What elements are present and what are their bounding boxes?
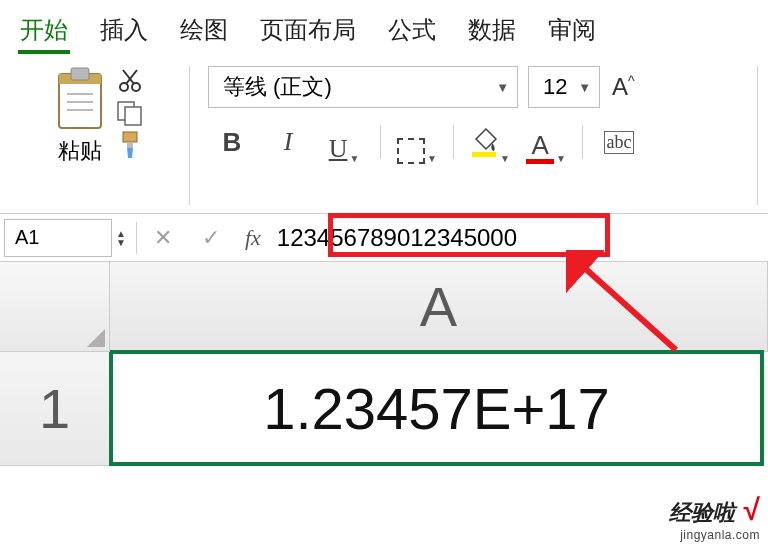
font-name-select[interactable]: 等线 (正文) ▼ xyxy=(208,66,518,108)
tab-formulas[interactable]: 公式 xyxy=(386,8,438,54)
svg-rect-11 xyxy=(125,107,141,125)
font-size-select[interactable]: 12 ▼ xyxy=(528,66,600,108)
underline-icon: U xyxy=(329,134,348,164)
watermark-text: 经验啦 xyxy=(669,500,735,525)
chevron-down-icon: ▼ xyxy=(349,153,359,164)
font-name-value: 等线 (正文) xyxy=(223,72,332,102)
name-box-spinner[interactable]: ▲ ▼ xyxy=(112,227,130,249)
ribbon: 粘贴 xyxy=(0,54,768,214)
ribbon-tabs: 开始 插入 绘图 页面布局 公式 数据 审阅 xyxy=(0,0,768,54)
scissors-icon xyxy=(117,68,143,94)
font-color-icon: A xyxy=(526,130,554,164)
tab-pagelayout[interactable]: 页面布局 xyxy=(258,8,358,54)
font-size-value: 12 xyxy=(543,74,567,100)
svg-rect-2 xyxy=(71,68,89,80)
italic-button[interactable]: I xyxy=(268,120,308,164)
tab-review[interactable]: 审阅 xyxy=(546,8,598,54)
bold-button[interactable]: B xyxy=(212,120,252,164)
formula-bar-input[interactable]: 123456789012345000 xyxy=(271,219,768,257)
name-box[interactable]: A1 xyxy=(4,219,112,257)
paint-bucket-icon xyxy=(470,127,498,164)
cancel-formula-button[interactable]: ✕ xyxy=(139,225,187,251)
clipboard-icon xyxy=(53,66,107,132)
enter-formula-button[interactable]: ✓ xyxy=(187,225,235,251)
watermark: 经验啦 √ jingyanla.com xyxy=(669,493,760,542)
tab-data[interactable]: 数据 xyxy=(466,8,518,54)
paste-label: 粘贴 xyxy=(58,136,102,166)
svg-rect-12 xyxy=(123,132,137,142)
cell-reference: A1 xyxy=(15,226,39,249)
cell-A1[interactable]: 1.23457E+17 xyxy=(109,350,764,466)
tab-insert[interactable]: 插入 xyxy=(98,8,150,54)
paste-button[interactable]: 粘贴 xyxy=(53,66,107,166)
font-color-button[interactable]: A ▼ xyxy=(526,120,566,164)
column-header-A[interactable]: A xyxy=(110,262,768,352)
phonetic-icon: abc xyxy=(604,131,635,154)
copy-button[interactable] xyxy=(113,98,147,128)
copy-icon xyxy=(116,100,144,126)
font-group: 等线 (正文) ▼ 12 ▼ A^ B I U ▼ ▼ xyxy=(190,66,758,205)
spreadsheet-grid: A 1 1.23457E+17 xyxy=(0,262,768,466)
tab-home[interactable]: 开始 xyxy=(18,8,70,54)
format-painter-icon xyxy=(117,130,143,160)
select-all-corner[interactable] xyxy=(0,262,110,352)
chevron-down-icon: ▼ xyxy=(496,80,509,95)
svg-rect-14 xyxy=(472,152,496,157)
phonetic-guide-button[interactable]: abc xyxy=(599,120,639,164)
border-icon xyxy=(397,138,425,164)
cut-button[interactable] xyxy=(113,66,147,96)
chevron-down-icon: ▼ xyxy=(578,80,591,95)
check-icon: ✓ xyxy=(202,225,220,251)
chevron-down-icon: ▼ xyxy=(116,238,126,247)
formula-value: 123456789012345000 xyxy=(277,224,517,252)
clipboard-group: 粘贴 xyxy=(10,66,190,205)
format-painter-button[interactable] xyxy=(113,130,147,160)
chevron-down-icon: ▼ xyxy=(500,153,510,164)
x-icon: ✕ xyxy=(154,225,172,251)
chevron-down-icon: ▼ xyxy=(427,153,437,164)
tab-draw[interactable]: 绘图 xyxy=(178,8,230,54)
formula-bar-row: A1 ▲ ▼ ✕ ✓ fx 123456789012345000 xyxy=(0,214,768,262)
row-header-1[interactable]: 1 xyxy=(0,352,110,466)
fx-label[interactable]: fx xyxy=(245,225,261,251)
svg-rect-13 xyxy=(127,142,133,148)
increase-font-button[interactable]: A^ xyxy=(610,69,637,105)
chevron-down-icon: ▼ xyxy=(556,153,566,164)
checkmark-icon: √ xyxy=(744,493,760,526)
underline-button[interactable]: U ▼ xyxy=(324,120,364,164)
fill-color-button[interactable]: ▼ xyxy=(470,120,510,164)
border-button[interactable]: ▼ xyxy=(397,120,437,164)
watermark-url: jingyanla.com xyxy=(669,528,760,542)
